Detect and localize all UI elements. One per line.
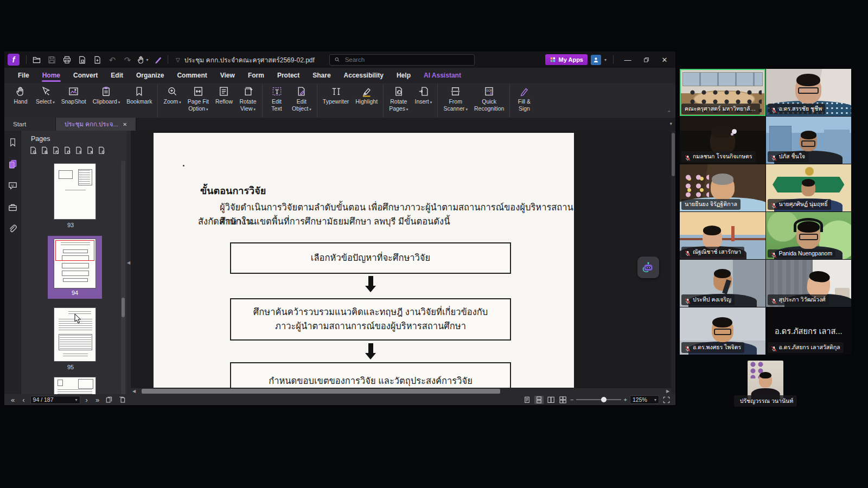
- scroll-right-icon[interactable]: ▶: [665, 389, 671, 394]
- zoom-chevron-icon[interactable]: ▾: [654, 397, 656, 402]
- hscroll-thumb[interactable]: [142, 389, 500, 394]
- facing-continuous-view-button[interactable]: [558, 396, 567, 404]
- ribbon-scanner-button[interactable]: FromScanner ▾: [440, 84, 471, 118]
- ribbon-zoom-button[interactable]: Zoom ▾: [160, 84, 184, 118]
- user-avatar[interactable]: [591, 55, 601, 65]
- page-thumbnail-93[interactable]: [54, 163, 96, 220]
- ribbon-clipboard-button[interactable]: Clipboard ▾: [90, 84, 123, 118]
- close-button[interactable]: ✕: [657, 53, 672, 66]
- menu-comment[interactable]: Comment: [171, 69, 213, 83]
- horizontal-scrollbar[interactable]: ◀ ▶: [131, 388, 671, 394]
- export-button[interactable]: [75, 53, 88, 66]
- ribbon-typewriter-button[interactable]: Typewriter: [320, 84, 352, 118]
- delete-page-icon[interactable]: [86, 146, 95, 155]
- first-page-button[interactable]: «: [9, 396, 17, 404]
- zoom-slider-knob[interactable]: [601, 397, 607, 402]
- continuous-view-button[interactable]: [534, 396, 544, 404]
- previous-view-button[interactable]: [105, 396, 114, 404]
- open-file-button[interactable]: [30, 53, 43, 66]
- document-view[interactable]: ขั้นตอนการวิจัย ผู้วิจัยดำเนินการวิจัยตา…: [131, 131, 671, 394]
- redo-button[interactable]: ↷: [121, 53, 134, 66]
- ribbon-snapshot-button[interactable]: SnapShot: [58, 84, 90, 118]
- menu-organize[interactable]: Organize: [130, 69, 170, 83]
- pages-panel-button[interactable]: [7, 158, 18, 170]
- participant-tile[interactable]: ณัฐณิชาช์ เสารักษา: [680, 212, 765, 259]
- menu-help[interactable]: Help: [391, 69, 417, 83]
- ribbon-select-button[interactable]: Select ▾: [33, 84, 58, 118]
- scroll-left-icon[interactable]: ◀: [131, 389, 137, 394]
- hand-tool-button[interactable]: ▾: [136, 53, 149, 66]
- previous-page-button[interactable]: ‹: [20, 396, 27, 404]
- ribbon-insert-button[interactable]: Insert ▾: [411, 84, 435, 118]
- close-tab-icon[interactable]: ✕: [123, 121, 127, 127]
- collapse-ribbon-icon[interactable]: ⌃: [667, 110, 671, 115]
- zoom-out-icon[interactable]: −: [570, 396, 573, 403]
- next-view-button[interactable]: [117, 396, 126, 404]
- vertical-scrollbar[interactable]: [671, 131, 675, 394]
- rotate-page-right-icon[interactable]: [63, 146, 72, 155]
- add-page-icon[interactable]: [74, 146, 84, 155]
- participant-tile[interactable]: อ.ดร.ภัสยกร เลาส...อ.ดร.ภัสยกร เลาสวัสดิ…: [766, 307, 852, 355]
- restore-button[interactable]: [639, 53, 654, 66]
- participant-tile-small[interactable]: [748, 361, 783, 399]
- attachments-case-button[interactable]: [7, 201, 18, 213]
- print-button[interactable]: [60, 53, 73, 66]
- participant-tile[interactable]: Panida Nuengpanom: [766, 212, 852, 259]
- undo-button[interactable]: ↶: [106, 53, 119, 66]
- page-field-chevron-icon[interactable]: ▾: [75, 397, 78, 402]
- menu-file[interactable]: File: [12, 69, 35, 83]
- page-thumbnail-96-partial[interactable]: [54, 377, 96, 394]
- page-number-field[interactable]: 94 / 187 ▾: [30, 396, 80, 404]
- participant-tile[interactable]: กมลชนก โรจนกิจเกษตร: [680, 117, 765, 164]
- ribbon-edittext-button[interactable]: EditText: [265, 84, 289, 118]
- participant-tile[interactable]: นายศุภศิษฏ์ นุ่มฤทธิ์: [766, 164, 852, 211]
- ribbon-highlight-button[interactable]: Highlight: [352, 84, 381, 118]
- ribbon-pagefit-button[interactable]: Page FitOption ▾: [184, 84, 212, 118]
- tab-document[interactable]: ประชุม คกก.ประจ... ✕: [56, 118, 136, 131]
- menu-form[interactable]: Form: [242, 69, 270, 83]
- next-page-button[interactable]: ›: [84, 396, 90, 404]
- participant-tile[interactable]: นายยืนยง จิรัฏฐิติกาล: [680, 164, 765, 211]
- pen-tool-button[interactable]: [151, 53, 164, 66]
- menu-accessibility[interactable]: Accessibility: [338, 69, 390, 83]
- fullscreen-button[interactable]: [662, 396, 671, 404]
- add-page-button[interactable]: [91, 53, 104, 66]
- ribbon-ocr-button[interactable]: OCRQuickRecognition: [471, 84, 507, 118]
- page-thumbnail-94-selected[interactable]: 94: [48, 236, 102, 299]
- pages-panel-scrollbar[interactable]: [121, 161, 125, 394]
- participant-tile[interactable]: ประทีป คงเจริญ: [680, 260, 765, 307]
- participant-tile[interactable]: อ.ดร.พงศธร ไพจิตร: [680, 307, 765, 355]
- thumb-zoom-out-icon[interactable]: [29, 146, 38, 155]
- vscroll-thumb[interactable]: [672, 133, 675, 176]
- last-page-button[interactable]: »: [93, 396, 101, 404]
- participant-tile[interactable]: อ.ดร.สรรชัย ชูชีพ: [766, 69, 852, 116]
- ribbon-bookmark-button[interactable]: Bookmark: [123, 84, 155, 118]
- single-page-view-button[interactable]: [522, 396, 532, 404]
- my-apps-button[interactable]: My Apps: [545, 54, 588, 65]
- tab-start[interactable]: Start: [4, 118, 56, 131]
- save-button[interactable]: [45, 53, 58, 66]
- participant-tile[interactable]: คณะครุศาสตร์ มหาวิทยาลัยราชภัฏเ...: [680, 69, 765, 116]
- zoom-slider[interactable]: − +: [570, 396, 627, 403]
- zoom-in-icon[interactable]: +: [624, 396, 627, 403]
- participant-tile[interactable]: ปภัส ชื่นใจ: [766, 117, 852, 164]
- ai-assistant-floating-button[interactable]: [637, 256, 659, 278]
- menu-share[interactable]: Share: [307, 69, 336, 83]
- search-box[interactable]: [329, 54, 475, 66]
- ribbon-hand-button[interactable]: Hand: [9, 84, 33, 118]
- attachments-panel-button[interactable]: [7, 223, 18, 235]
- facing-view-button[interactable]: [546, 396, 556, 404]
- menu-edit[interactable]: Edit: [105, 69, 129, 83]
- search-input[interactable]: [344, 56, 470, 63]
- rotate-page-left-icon[interactable]: [52, 146, 61, 155]
- ribbon-reflow-button[interactable]: Reflow: [212, 84, 236, 118]
- page-properties-icon[interactable]: [97, 146, 106, 155]
- menu-ai-assistant[interactable]: AI Assistant: [418, 69, 467, 83]
- bookmarks-panel-button[interactable]: [7, 136, 18, 148]
- zoom-level-field[interactable]: 125% ▾: [630, 395, 659, 404]
- ribbon-rotatepages-button[interactable]: RotatePages ▾: [386, 84, 411, 118]
- ribbon-fillsign-button[interactable]: Fill &Sign: [512, 84, 536, 118]
- menu-home[interactable]: Home: [36, 69, 66, 83]
- ribbon-rotateview-button[interactable]: RotateView ▾: [236, 84, 260, 118]
- menu-protect[interactable]: Protect: [271, 69, 305, 83]
